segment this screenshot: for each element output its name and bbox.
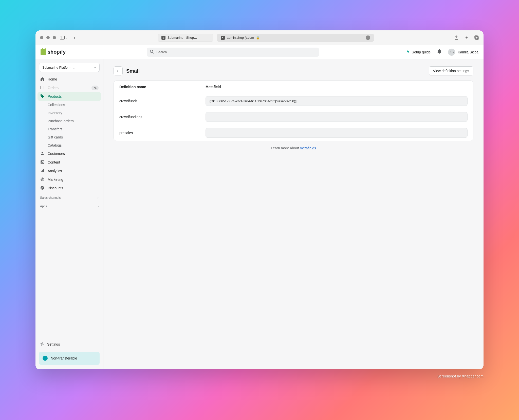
share-icon[interactable] (454, 35, 459, 40)
tab-title: Submarine · Shop… (168, 36, 197, 39)
orders-count-badge: 76 (91, 86, 99, 90)
sidebar-sub-transfers[interactable]: Transfers (35, 125, 103, 133)
search-input[interactable]: Search (147, 48, 319, 57)
svg-rect-7 (41, 171, 42, 172)
person-icon (40, 151, 45, 156)
metafield-input[interactable] (206, 128, 468, 138)
col-header-metafield: Metafield (206, 85, 468, 89)
sidebar-item-settings[interactable]: Settings (35, 339, 103, 349)
sidebar-item-label: Content (48, 160, 60, 164)
browser-tab-active[interactable]: ✕ admin.shopify.com 🔒 (217, 34, 374, 42)
browser-tab[interactable]: s Submarine · Shop… (158, 34, 213, 42)
user-menu[interactable]: KS Kamila Skiba (448, 49, 478, 56)
definition-name: crowdfundings (119, 115, 206, 119)
svg-point-14 (42, 187, 42, 187)
svg-rect-0 (475, 36, 478, 39)
sidebar-icon (60, 36, 65, 39)
page-title: Small (126, 68, 140, 74)
sidebar-item-home[interactable]: Home (35, 75, 103, 84)
back-button[interactable]: ← (114, 66, 123, 75)
svg-rect-9 (43, 169, 44, 172)
sidebar-toggle-button[interactable]: ⌄ (60, 36, 68, 39)
browser-actions: ＋ (454, 35, 479, 40)
search-placeholder: Search (156, 50, 167, 54)
metafield-input[interactable]: [{"01886651-38d5-cbf1-fa64-6116b67064d1"… (206, 96, 468, 106)
maximize-window-icon[interactable] (53, 36, 56, 39)
sidebar-sub-purchase-orders[interactable]: Purchase orders (35, 117, 103, 125)
metafield-input[interactable] (206, 112, 468, 122)
shopify-admin: shopify Search ⚑ Setup guide (35, 45, 484, 369)
sidebar-sub-collections[interactable]: Collections (35, 101, 103, 109)
avatar: KS (448, 49, 455, 56)
shopify-logo[interactable]: shopify (41, 49, 66, 55)
sidebar-item-products[interactable]: Products (38, 92, 101, 101)
view-definition-settings-button[interactable]: View definition settings (429, 66, 473, 75)
svg-point-12 (42, 179, 43, 179)
sidebar-item-label: Discounts (48, 186, 63, 190)
chevron-down-icon: ▼ (94, 66, 96, 69)
flag-icon: ⚑ (406, 50, 410, 54)
sidebar-item-label: Marketing (48, 177, 63, 182)
window-controls[interactable] (40, 36, 56, 39)
sidebar-item-label: Products (48, 94, 62, 98)
learn-more-text: Learn more about metafields (114, 146, 473, 150)
user-name: Kamila Skiba (458, 50, 478, 54)
tab-title: admin.shopify.com (227, 36, 254, 39)
orders-icon (40, 86, 45, 90)
definition-name: crowdfunds (119, 99, 206, 103)
notice-text: Non-transferable (51, 356, 77, 360)
sidebar: Submarine Platform: … ▼ Home (35, 59, 103, 369)
sales-channels-header[interactable]: Sales channels › (35, 192, 103, 201)
chevron-right-icon: › (98, 205, 99, 208)
settings-label: Settings (47, 342, 60, 346)
nav-back-button[interactable]: ‹ (72, 35, 78, 41)
notifications-icon[interactable] (437, 49, 441, 55)
main-content: ← Small View definition settings Definit… (103, 59, 484, 369)
close-window-icon[interactable] (40, 36, 43, 39)
metafields-card: Definition name Metafield crowdfunds [{"… (114, 81, 473, 141)
browser-window: ⌄ ‹ s Submarine · Shop… ✕ admin.shopify.… (35, 30, 484, 369)
tab-overview-icon[interactable] (474, 35, 479, 40)
sidebar-item-label: Home (48, 77, 57, 81)
sidebar-item-content[interactable]: Content (35, 158, 103, 167)
svg-point-4 (42, 152, 43, 153)
browser-chrome: ⌄ ‹ s Submarine · Shop… ✕ admin.shopify.… (35, 30, 484, 45)
chevron-down-icon: ⌄ (66, 36, 68, 39)
sidebar-item-analytics[interactable]: Analytics (35, 167, 103, 175)
table-row[interactable]: crowdfunds [{"01886651-38d5-cbf1-fa64-61… (114, 93, 473, 109)
minimize-window-icon[interactable] (46, 36, 50, 39)
discounts-icon (40, 186, 45, 191)
marketing-icon (40, 177, 45, 182)
sidebar-sub-inventory[interactable]: Inventory (35, 109, 103, 117)
sidebar-item-label: Customers (48, 152, 65, 156)
content-icon (40, 160, 45, 165)
sidebar-item-customers[interactable]: Customers (35, 149, 103, 158)
reader-icon[interactable] (366, 35, 370, 40)
table-row[interactable]: crowdfundings (114, 109, 473, 125)
shopping-bag-icon (41, 49, 46, 55)
screenshot-credit: Screenshot by Xnapper.com (437, 374, 484, 378)
apps-header[interactable]: Apps › (35, 201, 103, 210)
sidebar-sub-catalogs[interactable]: Catalogs (35, 141, 103, 149)
sidebar-item-discounts[interactable]: Discounts (35, 184, 103, 192)
home-icon (40, 77, 45, 82)
table-header: Definition name Metafield (114, 81, 473, 93)
svg-point-15 (43, 188, 43, 189)
metafields-link[interactable]: metafields (300, 146, 316, 150)
svg-point-6 (42, 161, 42, 162)
new-tab-icon[interactable]: ＋ (464, 35, 469, 40)
gear-icon (40, 342, 44, 347)
logo-text: shopify (48, 49, 66, 55)
table-row[interactable]: presales (114, 125, 473, 141)
sidebar-item-orders[interactable]: Orders 76 (35, 84, 103, 92)
app-header: shopify Search ⚑ Setup guide (35, 45, 484, 59)
svg-point-2 (150, 50, 153, 53)
chevron-right-icon: › (98, 196, 99, 199)
store-picker[interactable]: Submarine Platform: … ▼ (39, 63, 100, 72)
store-name: Submarine Platform: … (42, 66, 77, 69)
svg-rect-3 (41, 86, 44, 89)
sidebar-sub-gift-cards[interactable]: Gift cards (35, 133, 103, 141)
setup-guide-link[interactable]: ⚑ Setup guide (406, 50, 431, 54)
tag-icon (40, 94, 45, 99)
sidebar-item-marketing[interactable]: Marketing (35, 175, 103, 184)
